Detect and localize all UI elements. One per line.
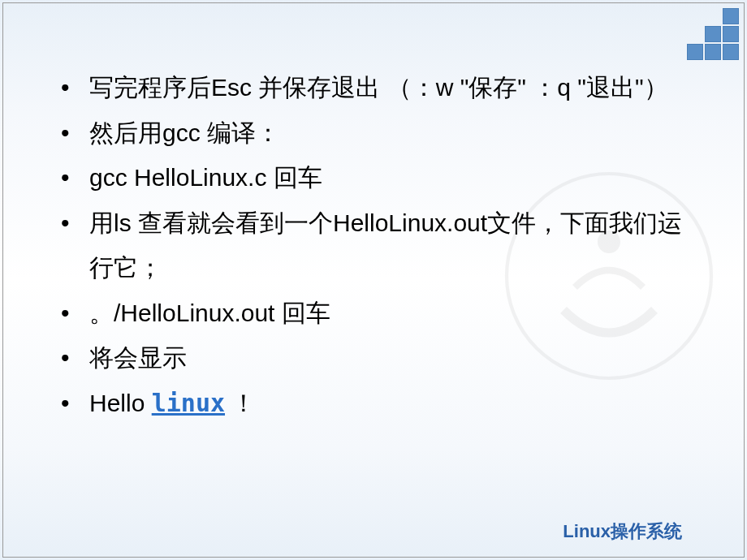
list-item: 然后用gcc 编译：	[57, 110, 690, 156]
list-item: 用ls 查看就会看到一个HelloLinux.out文件，下面我们运行它；	[57, 200, 690, 291]
bullet-list: 写完程序后Esc 并保存退出 （：w "保存" ：q "退出"） 然后用gcc …	[57, 65, 690, 425]
list-item: gcc HelloLinux.c 回车	[57, 155, 690, 200]
corner-decoration	[687, 8, 739, 60]
list-item: Hello linux ！	[57, 381, 690, 426]
list-item: 写完程序后Esc 并保存退出 （：w "保存" ：q "退出"）	[57, 65, 690, 110]
slide-content: 写完程序后Esc 并保存退出 （：w "保存" ：q "退出"） 然后用gcc …	[0, 0, 747, 458]
list-item: 。/HelloLinux.out 回车	[57, 291, 690, 336]
text-suffix: ！	[225, 390, 256, 416]
footer-label: Linux操作系统	[563, 519, 682, 544]
linux-link[interactable]: linux	[152, 389, 225, 417]
list-item: 将会显示	[57, 335, 690, 381]
text-prefix: Hello	[89, 390, 152, 416]
